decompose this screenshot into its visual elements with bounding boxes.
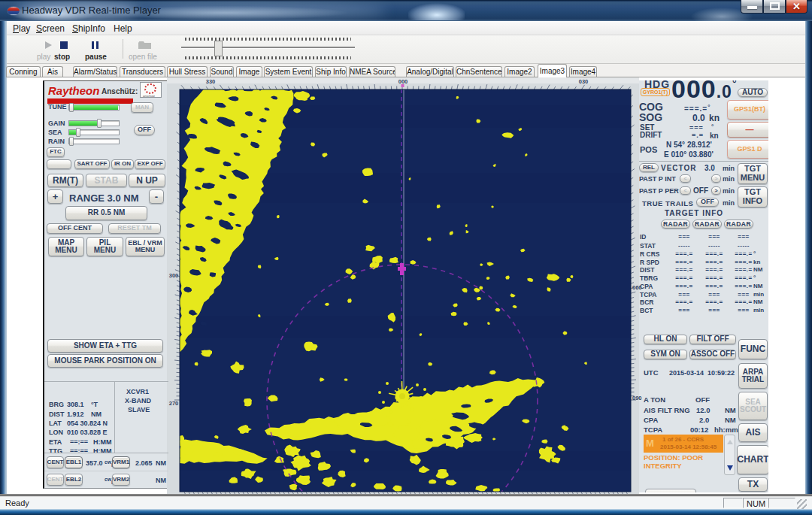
svg-text:300: 300 bbox=[169, 272, 179, 279]
svg-text:030: 030 bbox=[579, 78, 589, 85]
svg-text:270: 270 bbox=[169, 400, 179, 407]
svg-text:000: 000 bbox=[398, 78, 408, 85]
svg-text:330: 330 bbox=[206, 78, 216, 85]
